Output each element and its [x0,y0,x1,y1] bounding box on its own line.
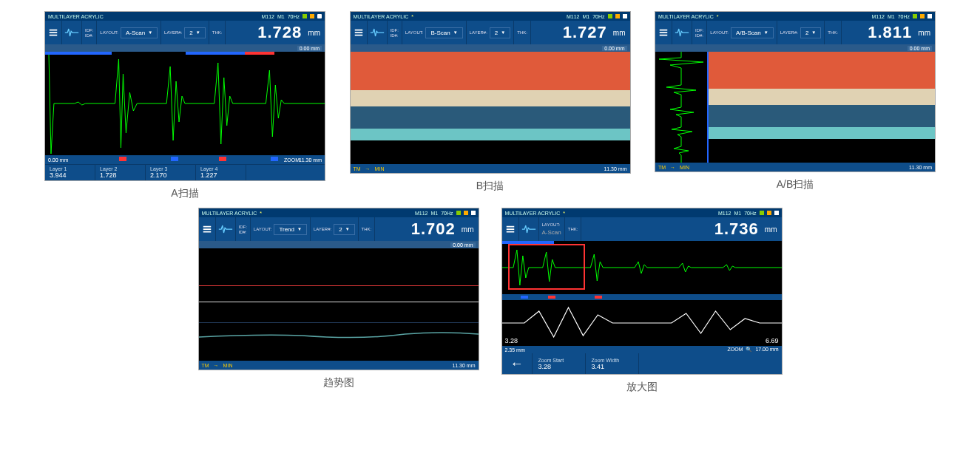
caption-ascan: A扫描 [171,187,198,200]
idf-field: IDF: ID#: [82,21,97,44]
toolbar: IDF:ID#: LAYOUT:A/B-Scan▼ LAYER#:2▼ THK:… [655,21,935,44]
battery-icon [927,14,932,18]
app-title: MULTILAYER ACRYLIC [354,14,409,19]
footer-bar: TM → MIN 11.30 mm [351,164,630,173]
stripe-layer-2 [351,90,630,106]
toolbar: IDF:ID#: LAYOUT:Trend▼ LAYER#:2▼ THK: 1.… [199,217,479,241]
titlebar: MULTILAYER ACRYLIC* M112M170Hz [502,208,782,217]
layer-field[interactable]: LAYER#:2▼ [311,217,359,241]
zoom-ruler: 2.35 mm ZOOM 🔍 17.00 mm [502,346,782,353]
marker-blue [45,52,112,55]
sd-icon [464,211,468,215]
abscan-area[interactable] [655,52,935,163]
marker-blue [186,52,245,55]
zoom-left-value: 3.28 [505,337,518,344]
menu-button[interactable] [351,21,368,44]
lock-icon [303,14,307,18]
layout-field[interactable]: LAYOUT:Trend▼ [251,217,311,241]
idf-field: IDF:ID#: [388,21,402,44]
stripe-layer-3 [351,106,630,129]
layer-field[interactable]: LAYER#:2▼ [467,21,515,44]
menu-button[interactable] [655,21,672,44]
sd-icon [310,14,314,18]
layer-cell[interactable]: Layer 32.170 [146,165,196,180]
thickness-value: 1.727 [563,23,607,42]
ascan-waveform-area[interactable] [45,52,325,155]
zoom-overview-area[interactable] [502,241,782,294]
status-hz: 70Hz [288,14,300,19]
device-abscan: MULTILAYER ACRYLIC* M112M170Hz IDF:ID#: … [655,11,936,172]
zoom-footer: ← Zoom Start 3.28 Zoom Width 3.41 [502,353,782,374]
wave-icon[interactable] [519,217,539,241]
layer-cell[interactable]: Layer 41.227 [196,165,246,180]
wave-icon[interactable] [368,21,388,44]
thickness-value: 1.702 [411,220,456,239]
thickness-value: 1.736 [714,220,759,239]
ruler-mark-red [219,157,226,161]
menu-button[interactable] [502,217,519,241]
wave-icon[interactable] [216,217,236,241]
layout-field[interactable]: LAYOUT:B-Scan▼ [402,21,467,44]
thickness-value: 1.811 [868,23,912,42]
device-trend: MULTILAYER ACRYLIC* M112M170Hz IDF:ID#: … [198,208,479,370]
wave-icon[interactable] [672,21,692,44]
battery-icon [774,211,779,215]
caption-trend: 趋势图 [323,376,354,390]
titlebar: MULTILAYER ACRYLIC* M112M170Hz [199,208,479,217]
sub-bar: 0.00 mm [45,44,325,52]
lock-icon [608,14,612,18]
back-button[interactable]: ← [502,353,533,374]
thickness-unit: mm [308,29,320,37]
menu-button[interactable] [45,21,62,44]
sd-icon [920,14,925,18]
mid-ruler [502,294,782,300]
titlebar: MULTILAYER ACRYLIC M112 M1 70Hz [45,12,325,21]
ruler-mark-blue [271,157,278,161]
marker-red [245,52,274,55]
layout-field[interactable]: LAYOUT:A/B-Scan▼ [707,21,777,44]
layout-field[interactable]: LAYOUT: A-Scan [539,217,565,241]
status-m: M112 [261,14,274,19]
toolbar: IDF:ID#: LAYOUT:B-Scan▼ LAYER#:2▼ THK: 1… [351,21,630,44]
zoom-width-cell[interactable]: Zoom Width 3.41 [586,353,639,374]
toolbar: LAYOUT: A-Scan THK: 1.736mm [502,217,782,241]
layout-value: A-Scan [126,30,145,36]
status-m1: M1 [277,14,285,19]
lock-icon [456,211,461,215]
caption-zoom: 放大图 [626,381,658,394]
footer-bar: TM→MIN 11.30 mm [655,163,935,171]
bscan-area[interactable] [351,52,630,164]
layer-cell[interactable]: Layer 13.944 [45,165,95,180]
menu-button[interactable] [199,217,216,241]
toolbar: IDF: ID#: LAYOUT: A-Scan▼ LAYER#: 2▼ THK… [45,21,325,44]
layer-cell[interactable]: Layer 21.728 [95,165,146,180]
stripe-layer-1 [351,52,630,90]
titlebar: MULTILAYER ACRYLIC* M112 M1 70Hz [351,12,630,21]
abscan-a-strip [655,52,709,163]
caption-abscan: A/B扫描 [777,178,814,191]
device-zoom: MULTILAYER ACRYLIC* M112M170Hz LAYOUT: A… [501,208,783,375]
layer-field[interactable]: LAYER#:2▼ [777,21,825,44]
sd-icon [767,211,771,215]
ruler-mark-blue [171,157,178,161]
titlebar: MULTILAYER ACRYLIC* M112M170Hz [655,12,935,21]
layers-row: Layer 13.944 Layer 21.728 Layer 32.170 L… [45,164,325,180]
battery-icon [471,211,476,215]
lock-icon [913,14,917,18]
zoom-detail-area[interactable]: 3.28 6.69 [502,300,782,346]
trend-area[interactable] [199,248,479,361]
zoom-right-value: 6.69 [766,337,779,344]
zoom-selection-rect[interactable] [508,244,585,290]
zoom-start-cell[interactable]: Zoom Start 3.28 [533,353,586,374]
layer-field[interactable]: LAYER#: 2▼ [161,21,209,44]
app-title: MULTILAYER ACRYLIC [48,14,104,19]
wave-icon[interactable] [62,21,82,44]
device-bscan: MULTILAYER ACRYLIC* M112 M1 70Hz IDF:ID#… [350,11,631,174]
battery-icon [317,14,322,18]
caption-bscan: B扫描 [476,180,504,193]
lock-icon [760,211,764,215]
thk-label: THK: [209,21,226,44]
layout-field[interactable]: LAYOUT: A-Scan▼ [97,21,161,44]
ruler-mark-red [119,157,126,161]
abscan-b-area [709,52,935,163]
